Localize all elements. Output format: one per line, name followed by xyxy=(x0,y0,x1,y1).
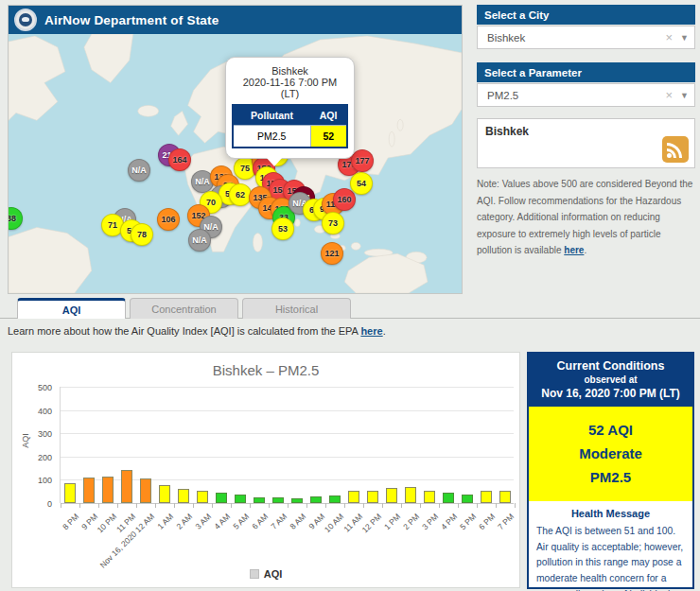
bar-10-am[interactable] xyxy=(329,495,341,503)
bar-4-am[interactable] xyxy=(216,493,227,503)
x-label-15: 11 AM xyxy=(341,512,364,534)
bar-9-pm[interactable] xyxy=(83,478,95,503)
bar-6-pm[interactable] xyxy=(481,491,492,503)
x-tick xyxy=(79,503,80,508)
parameter-select[interactable]: PM2.5 × ▼ xyxy=(477,83,695,107)
tab-historical[interactable]: Historical xyxy=(242,298,351,319)
bar-3-am[interactable] xyxy=(197,491,208,503)
map-marker-73[interactable]: 73 xyxy=(322,212,344,235)
cc-health-message: Health Message The AQI is between 51 and… xyxy=(529,501,692,591)
bar-nov-16-2020-12-am[interactable] xyxy=(140,478,151,503)
map-marker-106[interactable]: 106 xyxy=(157,208,180,231)
current-conditions-header: Current Conditions observed at Nov 16, 2… xyxy=(529,354,692,407)
popup-table: Pollutant AQI PM2.5 52 xyxy=(232,104,348,148)
y-tick-500: 500 xyxy=(24,383,52,392)
parameter-clear-icon[interactable]: × xyxy=(665,88,673,102)
map-marker-54[interactable]: 54 xyxy=(350,172,373,195)
select-parameter-header: Select a Parameter xyxy=(477,62,695,82)
bar-4-pm[interactable] xyxy=(443,493,454,503)
legend-label: AQI xyxy=(264,568,283,580)
bar-9-am[interactable] xyxy=(310,496,322,503)
x-label-7: 3 AM xyxy=(193,512,213,531)
popup-aqi-value: 52 xyxy=(310,126,347,148)
city-select[interactable]: Bishkek × ▼ xyxy=(477,26,695,49)
parameter-chevron-down-icon[interactable]: ▼ xyxy=(680,91,689,100)
x-tick xyxy=(458,503,459,508)
popup-col-pollutant: Pollutant xyxy=(233,105,310,126)
bar-7-pm[interactable] xyxy=(499,491,511,503)
bar-2-am[interactable] xyxy=(178,489,189,503)
tab-concentration[interactable]: Concentration xyxy=(130,298,238,319)
bar-8-am[interactable] xyxy=(291,498,303,503)
bar-2-pm[interactable] xyxy=(405,487,416,503)
x-tick xyxy=(439,503,440,508)
map-marker-160[interactable]: 160 xyxy=(333,188,356,211)
bar-10-pm[interactable] xyxy=(102,477,114,503)
y-tick-300: 300 xyxy=(24,429,52,439)
x-label-8: 4 AM xyxy=(212,512,232,531)
x-tick xyxy=(344,503,345,508)
x-label-18: 2 PM xyxy=(401,512,421,531)
select-city-header: Select a City xyxy=(477,5,695,25)
chart-plot-area: 01002003004005008 PM9 PM10 PM11 PMNov 16… xyxy=(60,387,514,503)
map-marker-53[interactable]: 53 xyxy=(271,217,294,240)
chart-title: Bishkek – PM2.5 xyxy=(12,362,519,378)
x-tick xyxy=(98,503,99,508)
x-tick xyxy=(420,503,421,508)
x-tick xyxy=(496,503,497,508)
cc-datetime: Nov 16, 2020 7:00 PM (LT) xyxy=(533,387,689,400)
note-text: Note: Values above 500 are considered Be… xyxy=(477,179,692,255)
legend-swatch-icon xyxy=(250,569,259,579)
map-marker-na[interactable]: N/A xyxy=(128,159,150,182)
rss-icon[interactable] xyxy=(662,136,689,163)
bar-1-am[interactable] xyxy=(159,485,170,503)
map-marker-na[interactable]: N/A xyxy=(188,229,211,252)
y-tick-400: 400 xyxy=(24,407,52,416)
bar-3-pm[interactable] xyxy=(424,491,435,503)
x-tick xyxy=(515,503,516,508)
city-chevron-down-icon[interactable]: ▼ xyxy=(680,33,689,43)
map-marker-164[interactable]: 164 xyxy=(168,148,191,171)
x-tick xyxy=(231,503,232,508)
x-label-19: 3 PM xyxy=(420,512,440,531)
chart-legend[interactable]: AQI xyxy=(12,568,519,580)
gridline-500 xyxy=(61,387,514,388)
map-marker-78[interactable]: 78 xyxy=(131,223,153,246)
x-label-11: 7 AM xyxy=(269,512,289,531)
aqi-note: Note: Values above 500 are considered Be… xyxy=(477,176,696,259)
city-clear-icon[interactable]: × xyxy=(665,30,673,44)
x-tick xyxy=(269,503,270,508)
tab-bar: AQI Concentration Historical xyxy=(0,298,700,319)
x-label-21: 5 PM xyxy=(458,512,478,531)
x-label-10: 6 AM xyxy=(250,512,270,531)
map-popup: Bishkek 2020-11-16 7:00 PM (LT) Pollutan… xyxy=(225,57,355,159)
bar-7-am[interactable] xyxy=(272,497,284,503)
popup-city: Bishkek xyxy=(232,65,348,77)
x-tick xyxy=(288,503,289,508)
x-label-6: 2 AM xyxy=(174,512,194,531)
department-of-state-seal-icon xyxy=(14,9,37,31)
bar-6-am[interactable] xyxy=(254,497,265,503)
x-tick xyxy=(363,503,364,508)
x-label-2: 10 PM xyxy=(96,512,118,534)
city-select-value: Bishkek xyxy=(487,32,525,43)
world-aqi-map[interactable]: 38N/A213164N/A715478106N/A13385N/A546270… xyxy=(9,34,462,293)
note-here-link[interactable]: here xyxy=(564,245,584,255)
map-marker-121[interactable]: 121 xyxy=(321,242,343,265)
bar-8-pm[interactable] xyxy=(64,483,76,503)
cc-title: Current Conditions xyxy=(533,359,689,373)
bar-1-pm[interactable] xyxy=(386,488,397,503)
cc-health-text: The AQI is between 51 and 100. Air quali… xyxy=(536,524,685,591)
x-label-20: 4 PM xyxy=(439,512,459,531)
x-tick xyxy=(61,503,61,508)
x-tick xyxy=(155,503,156,508)
x-label-17: 1 PM xyxy=(382,512,402,531)
learn-more-here-link[interactable]: here xyxy=(360,325,382,337)
tab-aqi[interactable]: AQI xyxy=(17,298,126,319)
bar-5-am[interactable] xyxy=(235,495,246,503)
bar-12-pm[interactable] xyxy=(367,491,378,503)
bar-11-am[interactable] xyxy=(348,491,359,503)
bar-11-pm[interactable] xyxy=(121,470,132,503)
map-marker-177[interactable]: 177 xyxy=(351,149,374,172)
bar-5-pm[interactable] xyxy=(462,495,473,503)
